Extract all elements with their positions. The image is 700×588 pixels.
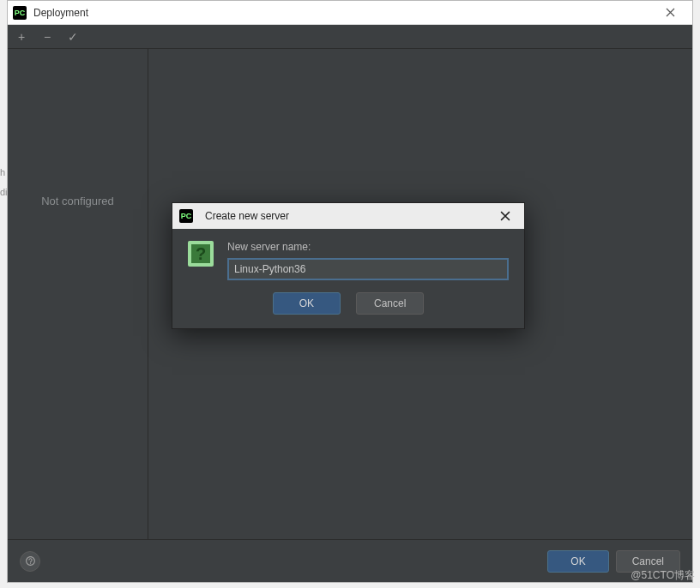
not-configured-text: Not configured <box>41 195 114 207</box>
add-icon[interactable]: + <box>15 30 28 44</box>
footer-bar: OK Cancel <box>8 539 692 582</box>
pycharm-icon: PC <box>13 6 27 20</box>
help-icon <box>25 555 36 567</box>
question-icon: ? <box>188 241 214 267</box>
pycharm-icon: PC <box>179 209 193 223</box>
dialog-ok-button[interactable]: OK <box>273 292 341 315</box>
bg-fragment: h <box>0 167 7 177</box>
window-titlebar: PC Deployment <box>8 1 692 25</box>
footer-ok-button[interactable]: OK <box>547 550 608 573</box>
window-title: Deployment <box>33 7 653 19</box>
dialog-titlebar: PC Create new server <box>172 203 524 229</box>
dialog-title: Create new server <box>205 210 493 222</box>
server-list-panel: Not configured <box>8 49 148 539</box>
window-close-button[interactable] <box>653 2 687 24</box>
dialog-body: ? New server name: OK Cancel <box>172 229 524 328</box>
create-server-dialog: PC Create new server ? New server name: … <box>172 202 525 329</box>
server-name-label: New server name: <box>227 241 509 253</box>
toolbar: + − ✓ <box>8 25 692 49</box>
help-button[interactable] <box>20 551 40 572</box>
server-name-input[interactable] <box>227 258 509 280</box>
dialog-cancel-button[interactable]: Cancel <box>356 292 424 315</box>
dialog-close-button[interactable] <box>493 204 517 228</box>
remove-icon[interactable]: − <box>40 30 54 44</box>
check-icon[interactable]: ✓ <box>66 30 80 44</box>
bg-fragment: di <box>0 187 7 197</box>
watermark-text: @51CTO博客 <box>631 568 695 583</box>
